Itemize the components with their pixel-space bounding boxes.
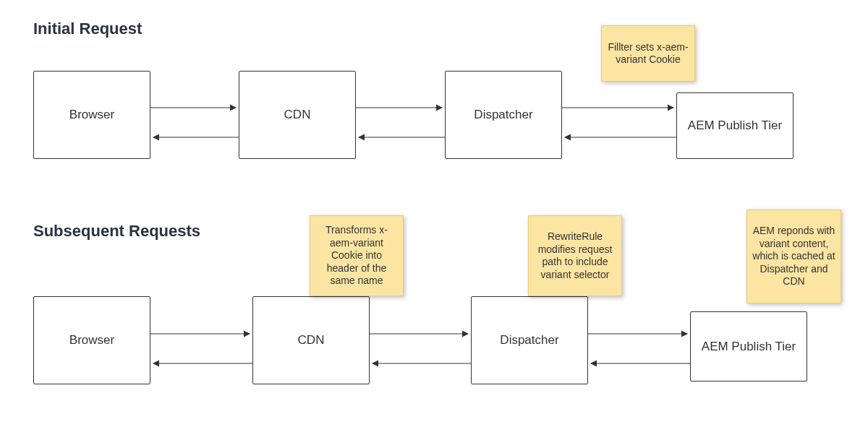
node-label: Browser bbox=[69, 108, 114, 122]
node-aem-2: AEM Publish Tier bbox=[690, 311, 807, 381]
node-label: CDN bbox=[298, 333, 325, 348]
note-filter-sets: Fillter sets x-aem-variant Cookie bbox=[601, 25, 695, 82]
node-cdn-1: CDN bbox=[239, 71, 356, 159]
node-label: AEM Publish Tier bbox=[688, 118, 782, 133]
node-browser-2: Browser bbox=[33, 296, 150, 384]
node-cdn-2: CDN bbox=[252, 296, 370, 384]
note-text: Fillter sets x-aem-variant Cookie bbox=[606, 41, 690, 66]
node-dispatcher-1: Dispatcher bbox=[445, 71, 562, 159]
note-aem-responds: AEM reponds with variant content, which … bbox=[746, 210, 841, 303]
diagram-canvas: Initial Request Subsequent Requests Brow… bbox=[0, 0, 868, 427]
node-aem-1: AEM Publish Tier bbox=[676, 92, 793, 159]
node-label: Dispatcher bbox=[474, 108, 532, 122]
node-label: Dispatcher bbox=[500, 333, 558, 348]
note-text: AEM reponds with variant content, which … bbox=[752, 225, 836, 288]
node-dispatcher-2: Dispatcher bbox=[471, 296, 588, 384]
note-transforms: Transforms x-aem-variant Cookie into hea… bbox=[310, 215, 404, 296]
note-text: Transforms x-aem-variant Cookie into hea… bbox=[315, 224, 399, 288]
heading-initial-request: Initial Request bbox=[33, 20, 142, 38]
node-label: CDN bbox=[284, 108, 311, 122]
note-rewrite: RewriteRule modifies request path to inc… bbox=[528, 215, 622, 296]
heading-subsequent-requests: Subsequent Requests bbox=[33, 222, 200, 241]
node-browser-1: Browser bbox=[33, 71, 150, 159]
node-label: Browser bbox=[69, 333, 114, 348]
node-label: AEM Publish Tier bbox=[702, 340, 796, 354]
note-text: RewriteRule modifies request path to inc… bbox=[533, 230, 617, 281]
